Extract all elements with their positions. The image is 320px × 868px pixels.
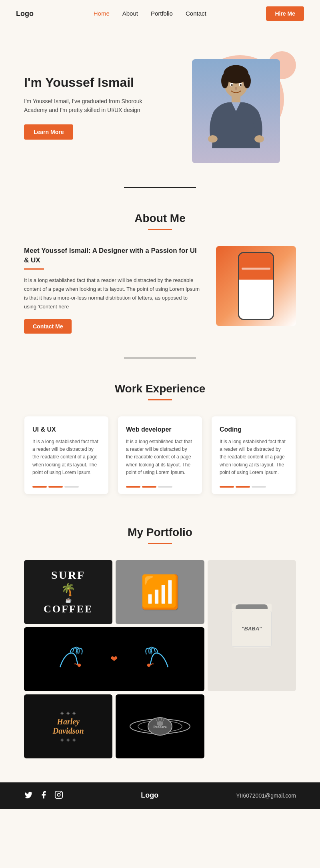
hero-heading: I'm Youssef Ismail <box>24 75 160 90</box>
footer: Logo YII6072001@gmail.com <box>0 782 320 809</box>
hands-art: ❤ <box>24 627 204 691</box>
work-card-desc-1: It is a long established fact that a rea… <box>126 438 194 476</box>
portfolio-item-baba[interactable]: "BABA" <box>208 560 296 691</box>
phone-mockup <box>238 252 274 320</box>
svg-point-6 <box>254 135 264 142</box>
wifi-symbol: 📶 <box>140 573 180 611</box>
left-hand-icon <box>56 643 104 675</box>
heart-icon: ❤ <box>110 654 118 664</box>
about-underline <box>148 229 172 230</box>
portfolio-item-surf[interactable]: SURF 🌴 ☕ COFFEE <box>24 560 112 624</box>
work-card-ui-ux: UI & UX It is a long established fact th… <box>24 416 108 494</box>
svg-rect-4 <box>232 96 240 102</box>
right-hand-icon <box>124 643 172 675</box>
about-subtitle: Meet Youssef Ismail: A Designer with a P… <box>24 246 200 265</box>
bar-empty <box>64 486 79 488</box>
hero-person-image <box>192 59 280 163</box>
portfolio-item-harley[interactable]: ◈ ◈ ◈ Harley Davidson ◈ ◈ ◈ <box>24 694 112 758</box>
work-card-desc-2: It is a long established fact that a rea… <box>220 438 288 476</box>
nav-contact[interactable]: Contact <box>186 10 206 17</box>
work-card-title-0: UI & UX <box>32 426 100 433</box>
work-card-desc-0: It is a long established fact that a rea… <box>32 438 100 476</box>
portfolio-grid: SURF 🌴 ☕ COFFEE 📶 "BABA" <box>24 560 296 758</box>
svg-point-12 <box>78 664 81 667</box>
work-underline <box>148 399 172 400</box>
contact-me-button[interactable]: Contact Me <box>24 319 72 334</box>
learn-more-button[interactable]: Learn More <box>24 124 73 140</box>
svg-rect-19 <box>55 791 62 798</box>
pandora-logo-icon: Pandora <box>128 710 192 742</box>
about-section: About Me Meet Youssef Ismail: A Designer… <box>0 204 320 358</box>
bar-empty <box>252 486 266 488</box>
bar-filled <box>126 486 140 488</box>
harley-davidson-logo: ◈ ◈ ◈ Harley Davidson ◈ ◈ ◈ <box>53 710 84 742</box>
hero-description: I'm Youssef Ismail, I've graduated from … <box>24 97 160 115</box>
nav-logo: Logo <box>16 10 34 18</box>
svg-point-5 <box>208 135 218 142</box>
portfolio-item-hands[interactable]: ❤ <box>24 627 204 691</box>
svg-point-20 <box>57 793 60 796</box>
svg-point-18 <box>157 721 163 726</box>
navbar: Logo Home About Portfolio Contact Hire M… <box>0 0 320 27</box>
phone-bar-3 <box>242 298 270 300</box>
section-divider <box>124 187 196 188</box>
work-card-coding: Coding It is a long established fact tha… <box>212 416 296 494</box>
portfolio-title: My Portfolio <box>24 526 296 539</box>
svg-point-10 <box>240 84 242 86</box>
portfolio-item-pandora[interactable]: Pandora <box>116 694 204 758</box>
svg-point-3 <box>243 74 250 88</box>
about-text-underline <box>24 268 44 270</box>
footer-logo: Logo <box>141 791 158 800</box>
phone-bar-1 <box>242 268 270 270</box>
work-cards-container: UI & UX It is a long established fact th… <box>24 416 296 494</box>
work-card-title-2: Coding <box>220 426 288 433</box>
bar-filled <box>236 486 250 488</box>
nav-home[interactable]: Home <box>94 10 110 17</box>
svg-point-11 <box>235 87 237 90</box>
work-card-title-1: Web developer <box>126 426 194 433</box>
portfolio-underline <box>148 543 172 544</box>
hero-image-block <box>184 51 296 163</box>
surf-coffee-logo: SURF 🌴 ☕ COFFEE <box>44 569 93 615</box>
section-divider-2 <box>124 358 196 358</box>
portfolio-item-wifi[interactable]: 📶 <box>116 560 204 624</box>
hero-section: I'm Youssef Ismail I'm Youssef Ismail, I… <box>0 27 320 187</box>
baba-bag: "BABA" <box>232 604 272 648</box>
phone-bar-2 <box>242 283 270 285</box>
phone-screen <box>239 253 273 319</box>
nav-about[interactable]: About <box>122 10 138 17</box>
hire-me-button[interactable]: Hire Me <box>266 6 304 21</box>
twitter-icon[interactable] <box>24 790 33 801</box>
svg-point-13 <box>147 664 150 667</box>
work-card-bar-1 <box>126 486 194 488</box>
bar-empty <box>158 486 172 488</box>
bag-handle <box>236 604 268 609</box>
footer-email: YII6072001@gmail.com <box>236 792 296 799</box>
about-body: It is a long established fact that a rea… <box>24 276 200 311</box>
bar-filled <box>220 486 234 488</box>
facebook-icon[interactable] <box>39 790 48 801</box>
about-image <box>216 246 296 326</box>
hero-text-block: I'm Youssef Ismail I'm Youssef Ismail, I… <box>24 75 160 139</box>
bar-filled <box>142 486 156 488</box>
about-text-block: Meet Youssef Ismail: A Designer with a P… <box>24 246 200 334</box>
svg-point-2 <box>221 74 228 88</box>
work-card-bar-2 <box>220 486 288 488</box>
portfolio-section: My Portfolio SURF 🌴 ☕ COFFEE 📶 "BABA" <box>0 518 320 782</box>
svg-point-9 <box>231 84 233 86</box>
work-section: Work Experience UI & UX It is a long est… <box>0 374 320 518</box>
svg-point-21 <box>60 792 62 793</box>
instagram-icon[interactable] <box>54 790 63 801</box>
work-card-webdev: Web developer It is a long established f… <box>118 416 202 494</box>
about-inner: Meet Youssef Ismail: A Designer with a P… <box>24 246 296 334</box>
about-title: About Me <box>24 212 296 225</box>
bag-body: "BABA" <box>232 611 272 647</box>
nav-portfolio[interactable]: Portfolio <box>151 10 173 17</box>
person-silhouette-icon <box>200 63 272 159</box>
footer-socials <box>24 790 63 801</box>
bar-filled <box>48 486 63 488</box>
work-title: Work Experience <box>24 382 296 395</box>
work-card-bar-0 <box>32 486 100 488</box>
bar-filled <box>32 486 47 488</box>
